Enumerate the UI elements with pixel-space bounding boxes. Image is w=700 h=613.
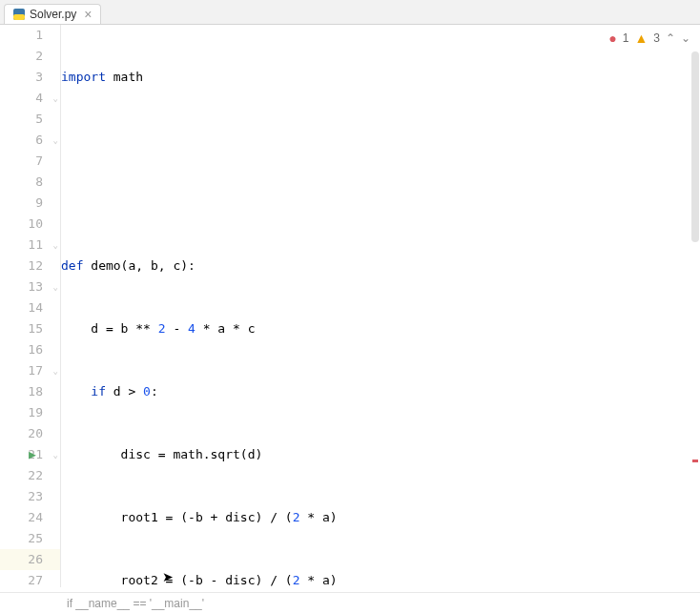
tab-bar: Solver.py × [0,0,700,25]
scrollbar-thumb[interactable] [691,51,699,242]
gutter-line-11[interactable]: 11⌄ [0,235,60,255]
python-file-icon [12,8,26,21]
gutter-line-18[interactable]: 18 [0,381,60,402]
gutter-line-14[interactable]: 14 [0,297,60,318]
gutter-line-15[interactable]: 15 [0,318,60,339]
gutter-line-1[interactable]: 1 [0,25,60,46]
breadcrumbs[interactable]: if __name__ == '__main__' [0,592,700,613]
tab-solver-py[interactable]: Solver.py × [4,4,101,24]
fold-icon[interactable]: ⌄ [49,240,58,250]
fold-icon[interactable]: ⌄ [49,450,58,460]
gutter-line-19[interactable]: 19 [0,402,60,423]
gutter-line-4[interactable]: 4⌄ [0,88,60,109]
gutter-line-21[interactable]: 21▶⌄ [0,444,60,465]
gutter-line-9[interactable]: 9 [0,193,60,214]
gutter-line-22[interactable]: 22 [0,465,60,486]
warning-count: 3 [653,31,660,45]
code-area[interactable]: import math def demo(a, b, c): d = b ** … [61,25,700,587]
gutter-line-3[interactable]: 3 [0,67,60,88]
editor: 1234⌄56⌄7891011⌄1213⌄14151617⌄18192021▶⌄… [0,25,700,587]
gutter-line-5[interactable]: 5 [0,109,60,130]
warning-icon: ▲ [634,31,648,46]
gutter-line-13[interactable]: 13⌄ [0,276,60,297]
gutter-line-6[interactable]: 6⌄ [0,130,60,151]
gutter-line-27[interactable]: 27 [0,570,60,591]
gutter-line-20[interactable]: 20 [0,423,60,444]
error-icon: ● [608,31,616,46]
inspections-widget[interactable]: ●1 ▲3 ⌃ ⌄ [608,31,690,46]
gutter-line-2[interactable]: 2 [0,46,60,67]
fold-icon[interactable]: ⌄ [49,282,58,292]
gutter-line-16[interactable]: 16 [0,339,60,360]
tab-filename: Solver.py [30,8,76,21]
gutter: 1234⌄56⌄7891011⌄1213⌄14151617⌄18192021▶⌄… [0,25,61,587]
gutter-line-10[interactable]: 10 [0,214,60,235]
gutter-line-17[interactable]: 17⌄ [0,360,60,381]
gutter-line-12[interactable]: 12 [0,255,60,276]
fold-icon[interactable]: ⌄ [49,135,58,145]
svg-rect-1 [13,14,25,20]
fold-icon[interactable]: ⌄ [49,366,58,376]
breadcrumb-item[interactable]: if __name__ == '__main__' [67,597,204,610]
error-count: 1 [623,31,629,45]
error-stripe[interactable] [692,460,698,462]
gutter-line-8[interactable]: 8 [0,172,60,193]
gutter-line-26[interactable]: 26 [0,549,60,570]
run-icon[interactable]: ▶ [29,444,36,465]
fold-icon[interactable]: ⌄ [49,93,58,103]
gutter-line-24[interactable]: 24 [0,507,60,528]
gutter-line-7[interactable]: 7 [0,151,60,172]
chevron-down-icon[interactable]: ⌄ [681,31,690,45]
chevron-up-icon[interactable]: ⌃ [666,31,675,45]
gutter-line-25[interactable]: 25 [0,528,60,549]
gutter-line-23[interactable]: 23 [0,486,60,507]
vertical-scrollbar[interactable] [690,25,700,587]
close-icon[interactable]: × [84,8,92,21]
